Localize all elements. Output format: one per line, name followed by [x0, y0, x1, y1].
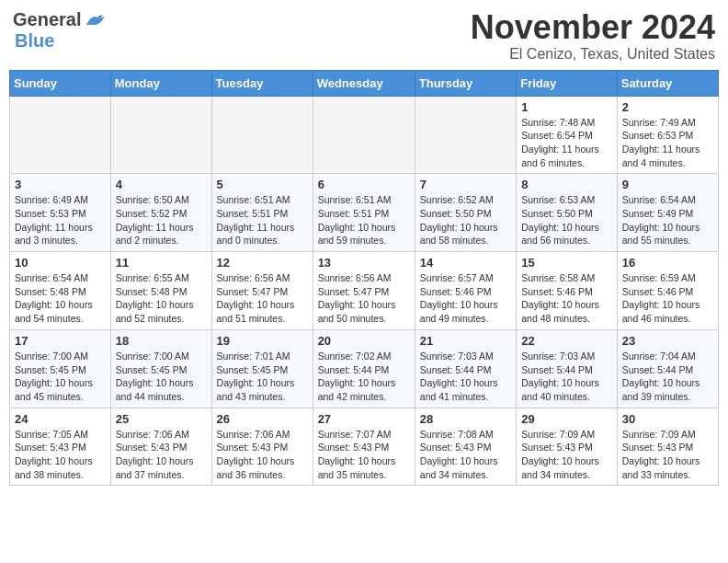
month-title: November 2024	[471, 9, 715, 46]
day-number: 19	[217, 334, 308, 348]
week-row-3: 10Sunrise: 6:54 AMSunset: 5:48 PMDayligh…	[10, 252, 719, 330]
day-number: 2	[622, 100, 713, 114]
calendar-cell: 29Sunrise: 7:09 AMSunset: 5:43 PMDayligh…	[517, 408, 618, 486]
day-info: Sunrise: 7:09 AMSunset: 5:43 PMDaylight:…	[622, 428, 713, 482]
week-row-4: 17Sunrise: 7:00 AMSunset: 5:45 PMDayligh…	[10, 329, 719, 408]
day-info: Sunrise: 6:58 AMSunset: 5:46 PMDaylight:…	[521, 271, 612, 326]
day-number: 30	[622, 412, 713, 426]
day-info: Sunrise: 6:53 AMSunset: 5:50 PMDaylight:…	[521, 193, 612, 247]
day-info: Sunrise: 7:48 AMSunset: 6:54 PMDaylight:…	[521, 116, 612, 170]
weekday-header-saturday: Saturday	[617, 70, 718, 96]
day-info: Sunrise: 7:07 AMSunset: 5:43 PMDaylight:…	[318, 428, 410, 482]
day-info: Sunrise: 6:55 AMSunset: 5:48 PMDaylight:…	[116, 271, 207, 326]
day-info: Sunrise: 7:02 AMSunset: 5:44 PMDaylight:…	[318, 350, 410, 404]
calendar-cell: 30Sunrise: 7:09 AMSunset: 5:43 PMDayligh…	[617, 408, 718, 486]
calendar-cell: 11Sunrise: 6:55 AMSunset: 5:48 PMDayligh…	[110, 252, 211, 330]
calendar-cell: 16Sunrise: 6:59 AMSunset: 5:46 PMDayligh…	[617, 252, 718, 330]
day-info: Sunrise: 6:51 AMSunset: 5:51 PMDaylight:…	[217, 193, 308, 247]
day-info: Sunrise: 7:04 AMSunset: 5:44 PMDaylight:…	[622, 350, 713, 404]
day-number: 8	[521, 178, 612, 191]
calendar-cell: 6Sunrise: 6:51 AMSunset: 5:51 PMDaylight…	[313, 174, 415, 252]
weekday-header-tuesday: Tuesday	[211, 70, 313, 96]
day-number: 23	[622, 334, 713, 348]
logo-bird-icon	[85, 12, 105, 29]
day-number: 24	[15, 412, 106, 426]
calendar-cell: 2Sunrise: 7:49 AMSunset: 6:53 PMDaylight…	[617, 96, 718, 174]
day-number: 4	[116, 178, 207, 191]
day-info: Sunrise: 6:56 AMSunset: 5:47 PMDaylight:…	[318, 271, 410, 326]
calendar-cell: 13Sunrise: 6:56 AMSunset: 5:47 PMDayligh…	[313, 252, 415, 330]
calendar-cell: 8Sunrise: 6:53 AMSunset: 5:50 PMDaylight…	[517, 174, 618, 252]
calendar-cell: 7Sunrise: 6:52 AMSunset: 5:50 PMDaylight…	[415, 174, 516, 252]
calendar-cell	[211, 96, 313, 174]
day-info: Sunrise: 6:49 AMSunset: 5:53 PMDaylight:…	[15, 193, 106, 247]
day-info: Sunrise: 7:06 AMSunset: 5:43 PMDaylight:…	[217, 428, 308, 482]
calendar-cell: 12Sunrise: 6:56 AMSunset: 5:47 PMDayligh…	[211, 252, 313, 330]
day-info: Sunrise: 7:01 AMSunset: 5:45 PMDaylight:…	[217, 350, 308, 404]
day-number: 16	[622, 256, 713, 270]
day-info: Sunrise: 6:54 AMSunset: 5:48 PMDaylight:…	[15, 271, 106, 326]
day-info: Sunrise: 7:00 AMSunset: 5:45 PMDaylight:…	[116, 350, 207, 404]
calendar-cell	[110, 96, 211, 174]
calendar-cell: 9Sunrise: 6:54 AMSunset: 5:49 PMDaylight…	[617, 174, 718, 252]
calendar-cell	[415, 96, 516, 174]
day-info: Sunrise: 7:08 AMSunset: 5:43 PMDaylight:…	[420, 428, 511, 482]
week-row-1: 1Sunrise: 7:48 AMSunset: 6:54 PMDaylight…	[10, 96, 719, 174]
calendar-cell: 27Sunrise: 7:07 AMSunset: 5:43 PMDayligh…	[313, 408, 415, 486]
calendar-cell: 3Sunrise: 6:49 AMSunset: 5:53 PMDaylight…	[10, 174, 111, 252]
day-info: Sunrise: 7:03 AMSunset: 5:44 PMDaylight:…	[420, 350, 511, 404]
weekday-header-sunday: Sunday	[10, 70, 111, 96]
calendar-cell: 28Sunrise: 7:08 AMSunset: 5:43 PMDayligh…	[415, 408, 516, 486]
day-number: 18	[116, 334, 207, 348]
calendar-cell: 5Sunrise: 6:51 AMSunset: 5:51 PMDaylight…	[211, 174, 313, 252]
calendar-cell: 21Sunrise: 7:03 AMSunset: 5:44 PMDayligh…	[415, 329, 516, 408]
day-number: 20	[318, 334, 410, 348]
day-info: Sunrise: 6:57 AMSunset: 5:46 PMDaylight:…	[420, 271, 511, 326]
logo-blue-text: Blue	[15, 30, 54, 52]
day-info: Sunrise: 7:06 AMSunset: 5:43 PMDaylight:…	[116, 428, 207, 482]
day-number: 9	[622, 178, 713, 191]
calendar-cell: 26Sunrise: 7:06 AMSunset: 5:43 PMDayligh…	[211, 408, 313, 486]
calendar-cell: 25Sunrise: 7:06 AMSunset: 5:43 PMDayligh…	[110, 408, 211, 486]
day-info: Sunrise: 7:49 AMSunset: 6:53 PMDaylight:…	[622, 116, 713, 170]
day-number: 15	[521, 256, 612, 270]
calendar-cell: 4Sunrise: 6:50 AMSunset: 5:52 PMDaylight…	[110, 174, 211, 252]
day-number: 10	[15, 256, 106, 270]
page-header: General Blue November 2024 El Cenizo, Te…	[9, 9, 719, 63]
day-number: 5	[217, 178, 308, 191]
day-info: Sunrise: 6:50 AMSunset: 5:52 PMDaylight:…	[116, 193, 207, 247]
week-row-5: 24Sunrise: 7:05 AMSunset: 5:43 PMDayligh…	[10, 408, 719, 486]
logo: General Blue	[13, 9, 105, 52]
day-number: 25	[116, 412, 207, 426]
day-number: 7	[420, 178, 511, 191]
day-info: Sunrise: 6:52 AMSunset: 5:50 PMDaylight:…	[420, 193, 511, 247]
day-info: Sunrise: 6:54 AMSunset: 5:49 PMDaylight:…	[622, 193, 713, 247]
day-number: 3	[15, 178, 106, 191]
calendar-cell: 22Sunrise: 7:03 AMSunset: 5:44 PMDayligh…	[517, 329, 618, 408]
day-number: 29	[521, 412, 612, 426]
day-info: Sunrise: 6:59 AMSunset: 5:46 PMDaylight:…	[622, 271, 713, 326]
day-number: 13	[318, 256, 410, 270]
day-info: Sunrise: 7:05 AMSunset: 5:43 PMDaylight:…	[15, 428, 106, 482]
calendar-cell: 1Sunrise: 7:48 AMSunset: 6:54 PMDaylight…	[517, 96, 618, 174]
day-number: 12	[217, 256, 308, 270]
day-info: Sunrise: 7:00 AMSunset: 5:45 PMDaylight:…	[15, 350, 106, 404]
calendar-cell: 17Sunrise: 7:00 AMSunset: 5:45 PMDayligh…	[10, 329, 111, 408]
calendar-cell: 10Sunrise: 6:54 AMSunset: 5:48 PMDayligh…	[10, 252, 111, 330]
calendar-cell: 14Sunrise: 6:57 AMSunset: 5:46 PMDayligh…	[415, 252, 516, 330]
title-block: November 2024 El Cenizo, Texas, United S…	[471, 9, 715, 63]
day-number: 26	[217, 412, 308, 426]
location: El Cenizo, Texas, United States	[471, 46, 715, 63]
day-number: 17	[15, 334, 106, 348]
calendar-table: SundayMondayTuesdayWednesdayThursdayFrid…	[9, 70, 719, 487]
week-row-2: 3Sunrise: 6:49 AMSunset: 5:53 PMDaylight…	[10, 174, 719, 252]
calendar-cell: 15Sunrise: 6:58 AMSunset: 5:46 PMDayligh…	[517, 252, 618, 330]
day-number: 28	[420, 412, 511, 426]
calendar-cell: 19Sunrise: 7:01 AMSunset: 5:45 PMDayligh…	[211, 329, 313, 408]
calendar-cell: 24Sunrise: 7:05 AMSunset: 5:43 PMDayligh…	[10, 408, 111, 486]
calendar-cell: 23Sunrise: 7:04 AMSunset: 5:44 PMDayligh…	[617, 329, 718, 408]
calendar-cell	[313, 96, 415, 174]
day-info: Sunrise: 6:51 AMSunset: 5:51 PMDaylight:…	[318, 193, 410, 247]
day-number: 14	[420, 256, 511, 270]
calendar-cell	[10, 96, 111, 174]
